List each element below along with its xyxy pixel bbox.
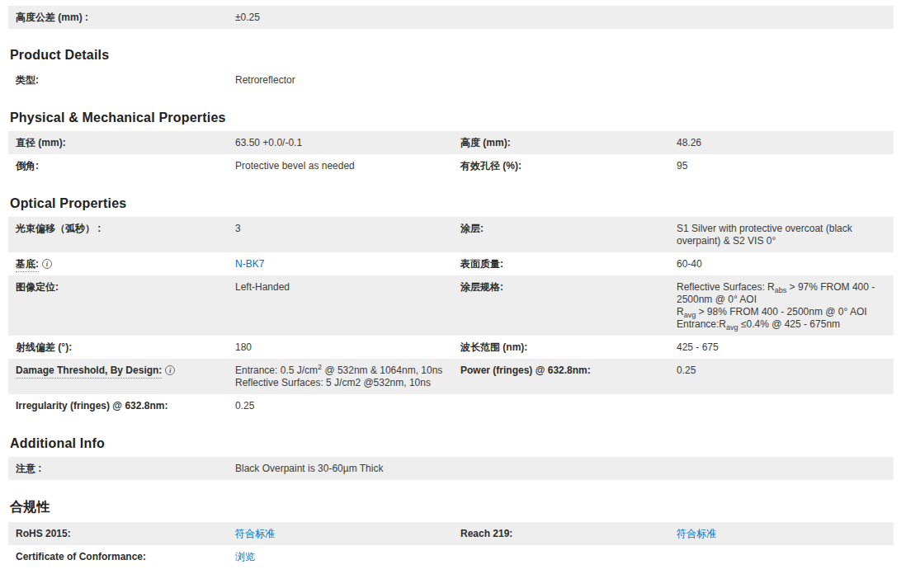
spec-value: Retroreflector	[235, 68, 453, 92]
spec-label-empty	[453, 394, 677, 417]
rohs-label: RoHS 2015:	[8, 522, 235, 545]
spec-value: 63.50 +0.0/-0.1	[235, 131, 453, 154]
section-heading-additional-info: Additional Info	[8, 436, 894, 451]
substrate-link[interactable]: N-BK7	[235, 258, 264, 270]
spec-value: N-BK7	[235, 252, 453, 275]
table-row: 射线偏差 (°): 180 波长范围 (nm): 425 - 675	[8, 336, 894, 359]
reach-compliant-link[interactable]: 符合标准	[677, 528, 716, 539]
table-row: Certificate of Conformance: 浏览	[8, 545, 894, 568]
table-row: 图像定位: Left-Handed 涂层规格: Reflective Surfa…	[8, 275, 894, 336]
spec-label: Power (fringes) @ 632.8nm:	[453, 359, 677, 382]
spec-label: 涂层规格:	[453, 275, 677, 299]
table-row: 高度公差 (mm) : ±0.25	[8, 6, 894, 29]
damage-threshold-label: Damage Threshold, By Design:	[16, 365, 162, 379]
spec-label: 注意 :	[8, 457, 235, 480]
spec-value: Left-Handed	[235, 275, 453, 299]
section-heading-physical: Physical & Mechanical Properties	[8, 111, 894, 125]
spec-value-empty	[677, 68, 894, 92]
substrate-label: 基底:	[16, 258, 39, 272]
spec-label: 射线偏差 (°):	[8, 336, 235, 359]
spec-value: 425 - 675	[677, 336, 894, 359]
spec-label: 光束偏移（弧秒） :	[8, 217, 235, 240]
spec-label: 波长范围 (nm):	[453, 336, 677, 359]
reach-label: Reach 219:	[453, 522, 677, 545]
physical-properties-table: 直径 (mm): 63.50 +0.0/-0.1 高度 (mm): 48.26 …	[8, 131, 894, 177]
spec-value: 180	[235, 336, 453, 359]
spec-value-empty	[677, 394, 894, 417]
spec-value: ±0.25	[235, 6, 453, 29]
spec-value-empty	[677, 545, 894, 568]
spec-label: 倒角:	[8, 154, 235, 177]
spec-label-empty	[453, 457, 677, 480]
spec-value: Protective bevel as needed	[235, 154, 453, 177]
spec-value: Black Overpaint is 30-60µm Thick	[235, 457, 453, 480]
coating-spec-value: Reflective Surfaces: Rabs > 97% FROM 400…	[677, 275, 894, 336]
info-icon[interactable]: i	[165, 365, 175, 375]
spec-label: 表面质量:	[453, 252, 677, 275]
spec-label-empty	[453, 68, 677, 92]
reach-value: 符合标准	[677, 522, 894, 545]
spec-label: 图像定位:	[8, 275, 235, 299]
certificate-browse-link[interactable]: 浏览	[235, 551, 255, 562]
table-row: Irregularity (fringes) @ 632.8nm: 0.25	[8, 394, 894, 417]
damage-threshold-value: Entrance: 0.5 J/cm2 @ 532nm & 1064nm, 10…	[235, 359, 453, 394]
spec-label: 有效孔径 (%):	[453, 154, 677, 177]
table-row: 类型: Retroreflector	[8, 68, 894, 92]
substrate-label-cell: 基底:i	[8, 252, 235, 275]
certificate-value: 浏览	[235, 545, 453, 568]
rohs-value: 符合标准	[235, 522, 453, 545]
section-heading-compliance: 合规性	[8, 499, 894, 516]
product-spec-page: 高度公差 (mm) : ±0.25 Product Details 类型: Re…	[8, 0, 894, 568]
table-row: 倒角: Protective bevel as needed 有效孔径 (%):…	[8, 154, 894, 177]
spec-value: S1 Silver with protective overcoat (blac…	[677, 217, 894, 252]
certificate-label: Certificate of Conformance:	[8, 545, 235, 568]
spec-label: 高度 (mm):	[453, 131, 677, 154]
spec-value: 60-40	[677, 252, 894, 275]
info-icon[interactable]: i	[42, 259, 52, 269]
damage-threshold-label-cell: Damage Threshold, By Design:i	[8, 359, 235, 382]
spec-label-empty	[453, 6, 677, 29]
spec-label: 高度公差 (mm) :	[8, 6, 235, 29]
rohs-compliant-link[interactable]: 符合标准	[235, 528, 275, 539]
section-heading-product-details: Product Details	[8, 48, 894, 63]
top-spec-table: 高度公差 (mm) : ±0.25	[8, 6, 894, 29]
spec-value: 3	[235, 217, 453, 240]
spec-value: 0.25	[677, 359, 894, 382]
table-row: 直径 (mm): 63.50 +0.0/-0.1 高度 (mm): 48.26	[8, 131, 894, 154]
table-row: 注意 : Black Overpaint is 30-60µm Thick	[8, 457, 894, 480]
spec-label: 直径 (mm):	[8, 131, 235, 154]
spec-label: 类型:	[8, 68, 235, 92]
compliance-table: RoHS 2015: 符合标准 Reach 219: 符合标准 Certific…	[8, 522, 894, 568]
spec-label-empty	[453, 545, 677, 568]
spec-value-empty	[677, 457, 894, 480]
table-row: 基底:i N-BK7 表面质量: 60-40	[8, 252, 894, 275]
section-heading-optical: Optical Properties	[8, 196, 894, 211]
optical-properties-table: 光束偏移（弧秒） : 3 涂层: S1 Silver with protecti…	[8, 217, 894, 417]
table-row: Damage Threshold, By Design:i Entrance: …	[8, 359, 894, 394]
spec-value: 0.25	[235, 394, 453, 417]
table-row: RoHS 2015: 符合标准 Reach 219: 符合标准	[8, 522, 894, 545]
table-row: 光束偏移（弧秒） : 3 涂层: S1 Silver with protecti…	[8, 217, 894, 252]
spec-label: 涂层:	[453, 217, 677, 240]
spec-value: 95	[677, 154, 894, 177]
spec-value: 48.26	[677, 131, 894, 154]
product-details-table: 类型: Retroreflector	[8, 68, 894, 92]
spec-value-empty	[677, 6, 894, 29]
additional-info-table: 注意 : Black Overpaint is 30-60µm Thick	[8, 457, 894, 480]
spec-label: Irregularity (fringes) @ 632.8nm:	[8, 394, 235, 417]
